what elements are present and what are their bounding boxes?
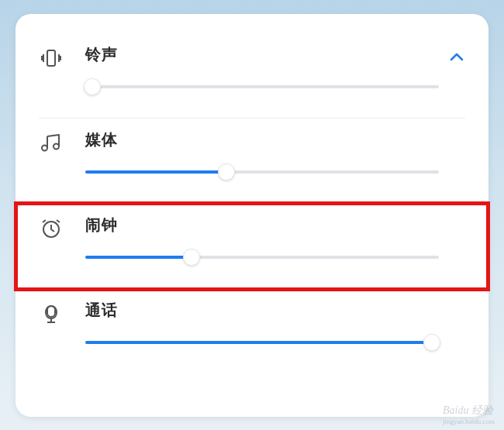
media-slider-thumb[interactable] xyxy=(218,163,235,181)
alarm-slider-thumb[interactable] xyxy=(183,249,200,266)
call-slider[interactable] xyxy=(85,335,439,350)
call-slider-thumb[interactable] xyxy=(423,334,440,351)
svg-point-2 xyxy=(54,143,59,149)
ringtone-label: 铃声 xyxy=(85,44,439,65)
volume-panel: 铃声 媒体 xyxy=(16,14,488,417)
collapse-button[interactable] xyxy=(439,44,465,69)
svg-rect-0 xyxy=(47,50,55,66)
alarm-slider-fill xyxy=(85,256,192,259)
call-label: 通话 xyxy=(85,300,439,321)
svg-rect-4 xyxy=(47,306,55,317)
alarm-slider[interactable] xyxy=(85,249,439,265)
alarm-icon xyxy=(39,215,85,244)
media-label: 媒体 xyxy=(85,129,439,150)
media-slider[interactable] xyxy=(85,164,439,180)
alarm-label: 闹钟 xyxy=(85,215,439,236)
volume-row-media: 媒体 xyxy=(39,118,465,203)
call-slider-fill xyxy=(85,341,432,344)
volume-row-call: 通话 xyxy=(39,288,465,373)
ringtone-slider[interactable] xyxy=(85,79,439,95)
ringtone-slider-thumb[interactable] xyxy=(84,78,101,95)
media-icon xyxy=(39,129,85,159)
svg-point-1 xyxy=(42,145,47,150)
volume-row-ringtone: 铃声 xyxy=(39,33,465,118)
ringtone-icon xyxy=(39,44,85,74)
volume-row-alarm: 闹钟 xyxy=(39,203,465,288)
chevron-up-icon xyxy=(448,49,465,66)
media-slider-fill xyxy=(85,170,226,174)
call-icon xyxy=(39,300,85,329)
